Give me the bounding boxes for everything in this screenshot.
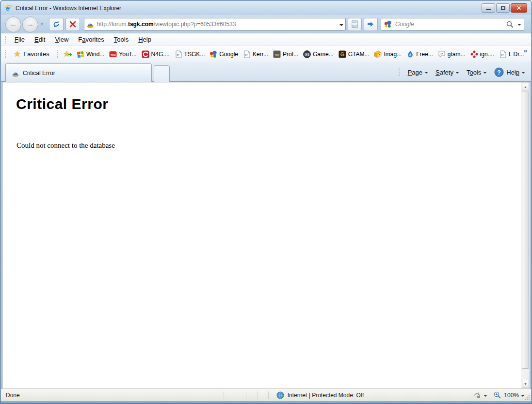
browser-viewport: Critical Error Could not connect to the …: [2, 82, 530, 388]
menubar-grip: [5, 36, 7, 44]
status-bar: Done Internet | Protected Mode: Off: [1, 388, 531, 401]
favbar-grip-2: [57, 50, 59, 58]
search-options-dropdown-icon[interactable]: [518, 24, 521, 27]
favorite-item-n4g[interactable]: N4G....: [139, 48, 172, 60]
chevron-down-icon: [484, 72, 486, 75]
scroll-down-button[interactable]: ▼: [522, 380, 529, 388]
stop-icon: [69, 20, 77, 28]
go-button[interactable]: [364, 18, 378, 31]
ie-page-icon: e: [175, 50, 182, 58]
search-magnifier-icon[interactable]: [506, 20, 514, 29]
site-favicon: [86, 20, 94, 28]
zoom-level: 100%: [504, 392, 519, 399]
svg-text:e: e: [501, 52, 503, 57]
tab-critical-error[interactable]: Critical Error: [5, 63, 152, 82]
command-bar: Page Safety Tools ? Help: [395, 65, 528, 79]
minimize-button[interactable]: [482, 3, 495, 13]
google-icon: [210, 50, 217, 58]
favorite-item-kerr[interactable]: e Kerr...: [241, 48, 271, 60]
favorite-item-ign[interactable]: ign....: [468, 48, 497, 60]
address-dropdown-icon[interactable]: [339, 24, 343, 28]
favorite-item-youtube[interactable]: You YouT...: [107, 48, 139, 60]
navigation-bar: ← → ▼ http://forum.tsgk.com/viewtopic.ph…: [1, 15, 531, 33]
forward-button[interactable]: →: [22, 16, 38, 32]
window-title: Critical Error - Windows Internet Explor…: [16, 5, 121, 12]
favorite-item-google[interactable]: Google: [207, 48, 241, 60]
ign-icon: [470, 50, 478, 58]
back-button[interactable]: ←: [5, 16, 21, 32]
broken-page-icon: [351, 20, 358, 28]
favorite-item-gtamforums[interactable]: P gtam...: [435, 48, 468, 60]
address-bar[interactable]: http://forum.tsgk.com/viewtopic.php?p=60…: [84, 18, 346, 31]
close-icon: ✕: [516, 5, 521, 12]
browser-window: e Critical Error - Windows Internet Expl…: [0, 0, 532, 404]
resize-grip[interactable]: [524, 394, 530, 400]
gamespot-icon: GS: [303, 50, 311, 58]
maximize-icon: [501, 6, 505, 10]
recent-pages-dropdown[interactable]: ▼: [40, 22, 44, 27]
svg-text:P: P: [440, 51, 443, 56]
search-box[interactable]: Google: [381, 18, 524, 31]
menu-edit[interactable]: Edit: [30, 34, 50, 45]
ie-logo-icon: e: [5, 4, 13, 12]
change-zoom-icon[interactable]: [473, 391, 481, 399]
svg-text:sv: sv: [275, 52, 279, 57]
favorites-overflow-chevron[interactable]: »: [524, 47, 527, 54]
menu-tools[interactable]: Tools: [109, 34, 133, 45]
favorites-button[interactable]: ★ Favorites: [10, 48, 53, 60]
add-favorite-arrow-icon: [68, 52, 72, 57]
new-tab-button[interactable]: [154, 65, 170, 82]
gta-icon: G: [339, 50, 346, 58]
close-button[interactable]: ✕: [511, 3, 527, 13]
favorite-item-ldr[interactable]: e L Dr...: [497, 48, 527, 60]
chevron-down-icon: [522, 72, 525, 75]
zoom-options-dropdown-icon[interactable]: [484, 395, 487, 398]
tools-menu-button[interactable]: Tools: [463, 66, 490, 78]
svg-text:GS: GS: [305, 52, 309, 56]
magnifier-icon: [493, 391, 501, 399]
refresh-button[interactable]: [49, 18, 64, 31]
svg-text:G: G: [340, 51, 344, 57]
add-to-favorites-button[interactable]: ★: [63, 50, 70, 59]
favorite-item-tsgk[interactable]: e TSGK...: [172, 48, 208, 60]
compatibility-view-button[interactable]: [348, 18, 362, 31]
tab-title: Critical Error: [23, 70, 55, 77]
flame-icon: [406, 50, 414, 58]
scrollbar-thumb[interactable]: [522, 92, 529, 369]
security-zone: Internet | Protected Mode: Off: [276, 391, 364, 399]
tab-bar: Critical Error Page Safety Tools ?: [1, 62, 531, 82]
search-placeholder: Google: [395, 21, 506, 28]
menu-view[interactable]: View: [50, 34, 73, 45]
zoom-control[interactable]: 100%: [493, 391, 524, 399]
tab-favicon: [12, 69, 19, 77]
vertical-scrollbar[interactable]: ▲ ▼: [521, 82, 530, 388]
n4g-icon: [142, 50, 149, 58]
url-text: http://forum.tsgk.com/viewtopic.php?p=60…: [97, 21, 339, 28]
help-icon: ?: [494, 67, 504, 77]
go-arrow-icon: [367, 20, 374, 28]
speech-bubble-icon: P: [438, 50, 446, 58]
svg-text:?: ?: [498, 69, 501, 76]
favorite-item-imageshack[interactable]: Imag...: [371, 48, 404, 60]
favorite-item-gtam[interactable]: G GTAM...: [336, 48, 372, 60]
page-menu-button[interactable]: Page: [404, 66, 431, 78]
chevron-down-icon: [425, 72, 428, 75]
maximize-button[interactable]: [496, 3, 510, 13]
menu-favorites[interactable]: Favorites: [73, 34, 109, 45]
safety-menu-button[interactable]: Safety: [432, 66, 462, 78]
sv-icon: sv: [273, 50, 281, 58]
favorite-item-gamespot[interactable]: GS Game...: [301, 48, 336, 60]
favorite-item-prof[interactable]: sv Prof...: [271, 48, 301, 60]
favorite-item-windows[interactable]: Wind...: [74, 48, 107, 60]
help-menu-button[interactable]: ? Help: [491, 65, 528, 79]
scroll-up-button[interactable]: ▲: [522, 83, 529, 91]
ie-page-icon: e: [243, 50, 251, 58]
stop-button[interactable]: [65, 18, 80, 31]
windows-icon: [77, 50, 84, 58]
svg-text:You: You: [111, 53, 116, 56]
favorite-item-free[interactable]: Free...: [404, 48, 435, 60]
menu-file[interactable]: File: [10, 34, 30, 45]
menu-help[interactable]: Help: [133, 34, 156, 45]
status-text: Done: [6, 392, 20, 399]
chevron-down-icon: [456, 72, 459, 75]
